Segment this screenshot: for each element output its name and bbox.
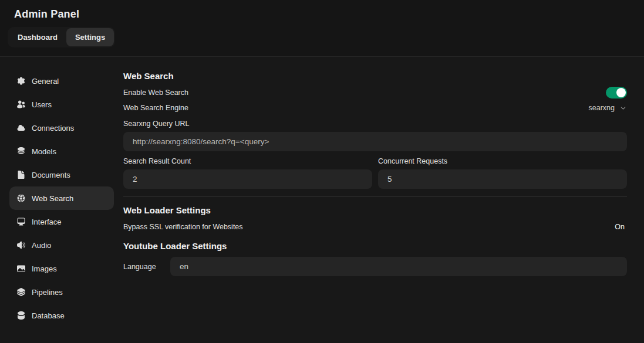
sidebar-item-models[interactable]: Models [9, 140, 114, 163]
searxng-query-url-label: Searxng Query URL [123, 120, 627, 128]
web-loader-section-title: Web Loader Settings [123, 205, 627, 215]
sidebar-item-label: Users [32, 100, 52, 109]
concurrent-requests-field: Concurrent Requests [378, 157, 627, 189]
sidebar-item-label: Connections [32, 124, 74, 133]
sidebar-item-interface[interactable]: Interface [9, 210, 114, 233]
cloud-icon [16, 123, 26, 133]
globe-icon [16, 193, 26, 203]
sidebar-item-label: Pipelines [32, 288, 63, 297]
concurrent-requests-input[interactable] [378, 169, 627, 189]
enable-web-search-label: Enable Web Search [123, 89, 188, 97]
search-count-columns: Search Result Count Concurrent Requests [123, 157, 627, 189]
enable-web-search-row: Enable Web Search [123, 87, 627, 99]
sidebar-item-documents[interactable]: Documents [9, 163, 114, 186]
sidebar-item-label: Web Search [32, 194, 73, 203]
page-title: Admin Panel [14, 8, 630, 21]
sidebar-item-label: Models [32, 147, 56, 156]
sidebar-item-pipelines[interactable]: Pipelines [9, 280, 114, 304]
bypass-ssl-row: Bypass SSL verification for Websites On [123, 221, 627, 233]
concurrent-requests-label: Concurrent Requests [378, 157, 627, 165]
sidebar-item-web-search[interactable]: Web Search [9, 186, 114, 210]
search-result-count-field: Search Result Count [123, 157, 372, 189]
layers-icon [16, 287, 26, 297]
sidebar-item-label: Database [32, 311, 65, 320]
admin-header: Admin Panel Dashboard Settings [0, 0, 644, 57]
chevron-down-icon [619, 104, 627, 112]
web-search-engine-label: Web Search Engine [123, 104, 188, 112]
searxng-query-url-input[interactable] [123, 132, 627, 151]
admin-content: General Users Connections Models Documen… [0, 57, 644, 343]
sidebar-item-database[interactable]: Database [9, 304, 114, 327]
bypass-ssl-label: Bypass SSL verification for Websites [123, 223, 243, 231]
photo-icon [16, 264, 26, 273]
tab-dashboard[interactable]: Dashboard [9, 28, 66, 46]
sidebar-item-label: Interface [32, 218, 62, 226]
speaker-icon [16, 240, 26, 250]
sidebar-item-connections[interactable]: Connections [9, 116, 114, 140]
web-search-engine-select[interactable]: searxng [589, 103, 627, 113]
youtube-language-input[interactable] [170, 257, 627, 276]
database-icon [16, 311, 26, 320]
sidebar-item-audio[interactable]: Audio [9, 233, 114, 257]
web-search-settings-panel: Web Search Enable Web Search Web Search … [123, 57, 644, 343]
sidebar-item-users[interactable]: Users [9, 93, 114, 116]
web-search-section-title: Web Search [123, 71, 627, 81]
users-icon [16, 100, 26, 109]
gear-icon [16, 76, 26, 86]
settings-sidebar: General Users Connections Models Documen… [0, 57, 123, 343]
monitor-icon [16, 217, 26, 226]
tab-settings[interactable]: Settings [66, 28, 114, 46]
document-icon [16, 170, 26, 179]
search-result-count-label: Search Result Count [123, 157, 372, 165]
youtube-language-label: Language [123, 263, 170, 271]
toggle-knob [616, 88, 626, 97]
enable-web-search-toggle[interactable] [606, 87, 627, 99]
admin-tabbar: Dashboard Settings [8, 27, 115, 47]
bypass-ssl-toggle-button[interactable]: On [612, 222, 627, 232]
web-search-engine-value: searxng [589, 104, 615, 112]
sidebar-item-label: Images [32, 264, 57, 273]
section-divider [123, 196, 627, 197]
web-search-engine-row: Web Search Engine searxng [123, 102, 627, 114]
search-result-count-input[interactable] [123, 169, 372, 189]
youtube-loader-section-title: Youtube Loader Settings [123, 241, 627, 251]
sidebar-item-label: General [32, 77, 59, 86]
sidebar-item-label: Documents [32, 171, 70, 179]
circle-stack-icon [16, 147, 26, 156]
sidebar-item-images[interactable]: Images [9, 257, 114, 280]
sidebar-item-label: Audio [32, 241, 51, 250]
youtube-language-row: Language [123, 257, 627, 276]
sidebar-item-general[interactable]: General [9, 69, 114, 93]
